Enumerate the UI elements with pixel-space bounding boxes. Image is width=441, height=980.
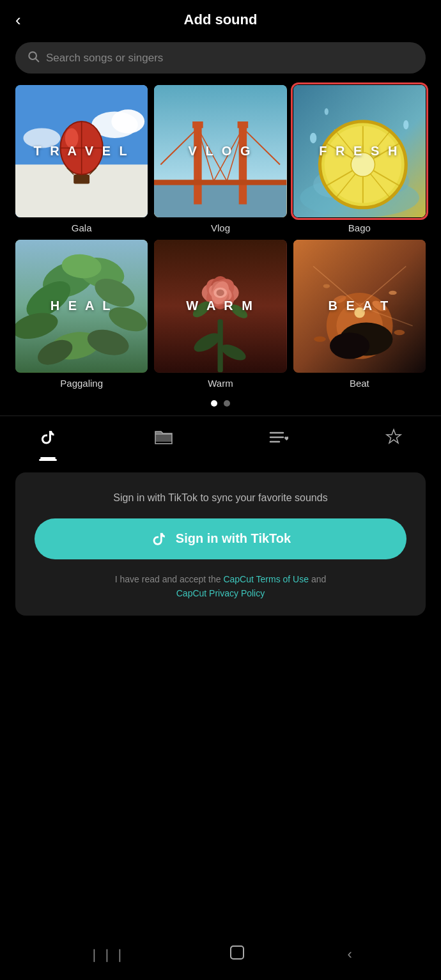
category-overlay-gala: T R A V E L [15,85,148,217]
tiktok-btn-icon [150,530,168,548]
system-back-icon[interactable]: ‹ [348,946,352,963]
header: ‹ Add sound [0,0,441,36]
category-item-bago[interactable]: F R E S H Bago [293,85,426,233]
category-name-vlog: Vlog [211,222,230,233]
terms-link-1[interactable]: CapCut Terms of Use [223,574,309,584]
bottom-tabs [0,416,441,459]
home-icon[interactable] [228,944,246,965]
system-nav-bar: ❘❘❘ ‹ [0,929,441,980]
signin-btn-label: Sign in with TikTok [176,531,291,546]
playlist-icon [269,429,288,450]
category-overlay-paggaling: H E A L [15,240,148,372]
category-name-beat: Beat [350,378,369,389]
category-thumb-paggaling: H E A L [15,240,148,372]
category-item-beat[interactable]: B E A T Beat [293,240,426,388]
tab-tiktok[interactable] [26,423,70,456]
category-item-gala[interactable]: T R A V E L Gala [15,85,148,233]
category-name-paggaling: Paggaling [60,378,103,389]
svg-line-1 [36,59,39,62]
category-item-vlog[interactable]: V L O G Vlog [154,85,286,233]
terms-text: I have read and accept the CapCut Terms … [115,572,327,601]
category-thumb-vlog: V L O G [154,85,286,217]
category-name-bago: Bago [348,222,371,233]
tab-playlist[interactable] [256,424,301,455]
category-overlay-warm: W A R M [154,240,286,372]
page-title: Add sound [15,12,426,28]
search-icon [27,50,40,66]
tiktok-icon [38,428,58,451]
svg-rect-91 [231,946,244,959]
category-name-gala: Gala [72,222,92,233]
pagination-dot-2 [224,400,230,407]
category-item-paggaling[interactable]: H E A L Paggaling [15,240,148,388]
category-overlay-vlog: V L O G [154,85,286,217]
pagination-dot-1 [211,400,217,407]
category-thumb-bago: F R E S H [293,85,426,217]
terms-before: I have read and accept the [115,574,224,584]
category-thumb-beat: B E A T [293,240,426,372]
recent-apps-icon[interactable]: ❘❘❘ [89,947,127,962]
terms-link-2[interactable]: CapCut Privacy Policy [176,588,265,598]
category-overlay-bago: F R E S H [293,85,426,217]
terms-middle: and [309,574,326,584]
search-bar[interactable]: Search songs or singers [15,42,426,74]
star-icon [385,428,403,451]
tab-folder[interactable] [141,424,186,455]
pagination [0,389,441,416]
tab-favorites[interactable] [372,423,415,456]
category-thumb-gala: T R A V E L [15,85,148,217]
category-overlay-beat: B E A T [293,240,426,372]
category-name-warm: Warm [208,378,233,389]
category-grid: T R A V E L Gala [0,85,441,389]
category-thumb-warm: W A R M [154,240,286,372]
signin-card: Sign in with TikTok to sync your favorit… [15,472,426,616]
folder-icon [154,429,173,450]
signin-tiktok-button[interactable]: Sign in with TikTok [35,518,406,559]
category-item-warm[interactable]: W A R M Warm [154,240,286,388]
back-button[interactable]: ‹ [15,10,21,30]
search-placeholder: Search songs or singers [46,52,163,65]
search-section: Search songs or singers [0,36,441,85]
signin-description: Sign in with TikTok to sync your favorit… [113,490,327,506]
